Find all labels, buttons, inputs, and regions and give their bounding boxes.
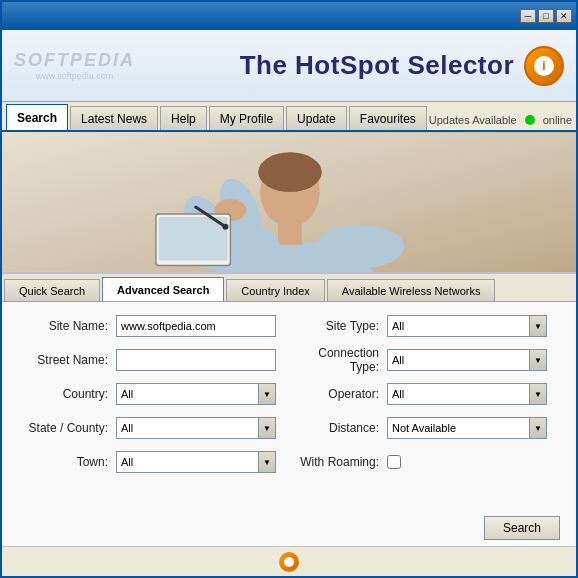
online-indicator: [525, 115, 535, 125]
search-area: Quick Search Advanced Search Country Ind…: [2, 272, 576, 546]
banner-svg: [2, 132, 576, 272]
form-left: Site Name: Street Name: Country: All ▼: [18, 312, 289, 500]
title-bar: . ─ □ ✕: [2, 2, 576, 30]
tab-search[interactable]: Search: [6, 104, 68, 130]
with-roaming-row: With Roaming:: [289, 448, 560, 476]
state-county-row: State / County: All ▼: [18, 414, 289, 442]
operator-label: Operator:: [289, 387, 379, 401]
sub-tab-advanced-search[interactable]: Advanced Search: [102, 277, 224, 301]
site-name-input[interactable]: [116, 315, 276, 337]
tab-latest-news[interactable]: Latest News: [70, 106, 158, 130]
site-type-label: Site Type:: [289, 319, 379, 333]
country-select[interactable]: All: [116, 383, 276, 405]
site-type-select[interactable]: All: [387, 315, 547, 337]
connection-type-select-wrapper: All ▼: [387, 349, 547, 371]
nav-tabs: Search Latest News Help My Profile Updat…: [2, 102, 576, 132]
close-button[interactable]: ✕: [556, 9, 572, 23]
tab-favourites[interactable]: Favourites: [349, 106, 427, 130]
operator-select[interactable]: All: [387, 383, 547, 405]
distance-row: Distance: Not Available 1 km 5 km 10 km …: [289, 414, 560, 442]
roaming-checkbox-wrapper: [387, 455, 401, 469]
sub-tabs: Quick Search Advanced Search Country Ind…: [2, 274, 576, 302]
street-name-input[interactable]: [116, 349, 276, 371]
nav-status: Updates Available online: [429, 114, 572, 130]
distance-select[interactable]: Not Available 1 km 5 km 10 km: [387, 417, 547, 439]
header: SOFTPEDIA www.softpedia.com The HotSpot …: [2, 30, 576, 102]
app-title: The HotSpot Selector: [240, 50, 514, 81]
connection-type-select[interactable]: All: [387, 349, 547, 371]
sub-tab-country-index[interactable]: Country Index: [226, 279, 324, 301]
roaming-checkbox[interactable]: [387, 455, 401, 469]
minimize-button[interactable]: ─: [520, 9, 536, 23]
online-text: online: [543, 114, 572, 126]
state-county-select[interactable]: All: [116, 417, 276, 439]
svg-point-6: [315, 225, 404, 269]
nav-tabs-left: Search Latest News Help My Profile Updat…: [6, 104, 427, 130]
town-label: Town:: [18, 455, 108, 469]
tab-my-profile[interactable]: My Profile: [209, 106, 284, 130]
operator-row: Operator: All ▼: [289, 380, 560, 408]
bottom-icon-inner: [284, 557, 294, 567]
country-select-wrapper: All ▼: [116, 383, 276, 405]
country-row: Country: All ▼: [18, 380, 289, 408]
connection-type-label: Connection Type:: [289, 346, 379, 374]
site-type-select-wrapper: All ▼: [387, 315, 547, 337]
form-right: Site Type: All ▼ Connection Type: All: [289, 312, 560, 500]
site-type-row: Site Type: All ▼: [289, 312, 560, 340]
bottom-logo-icon: [279, 552, 299, 572]
state-county-select-wrapper: All ▼: [116, 417, 276, 439]
sub-tab-available-wireless[interactable]: Available Wireless Networks: [327, 279, 496, 301]
distance-select-wrapper: Not Available 1 km 5 km 10 km ▼: [387, 417, 547, 439]
tab-update[interactable]: Update: [286, 106, 347, 130]
town-select[interactable]: All: [116, 451, 276, 473]
app-icon-inner: i: [534, 56, 554, 76]
with-roaming-label: With Roaming:: [289, 455, 379, 469]
sub-tab-quick-search[interactable]: Quick Search: [4, 279, 100, 301]
maximize-button[interactable]: □: [538, 9, 554, 23]
logo-text: SOFTPEDIA: [14, 50, 135, 71]
updates-available-text: Updates Available: [429, 114, 517, 126]
window-controls: ─ □ ✕: [520, 9, 572, 23]
search-button[interactable]: Search: [484, 516, 560, 540]
search-btn-row: Search: [2, 510, 576, 546]
app-icon: i: [524, 46, 564, 86]
street-name-row: Street Name:: [18, 346, 289, 374]
tab-help[interactable]: Help: [160, 106, 207, 130]
logo-url: www.softpedia.com: [36, 71, 114, 81]
svg-rect-4: [278, 220, 302, 245]
site-name-label: Site Name:: [18, 319, 108, 333]
svg-point-3: [258, 152, 322, 192]
distance-label: Distance:: [289, 421, 379, 435]
softpedia-logo: SOFTPEDIA www.softpedia.com: [14, 50, 135, 81]
bottom-bar: [2, 546, 576, 576]
street-name-label: Street Name:: [18, 353, 108, 367]
form-area: Site Name: Street Name: Country: All ▼: [2, 302, 576, 510]
main-window: . ─ □ ✕ SOFTPEDIA www.softpedia.com The …: [0, 0, 578, 578]
state-county-label: State / County:: [18, 421, 108, 435]
operator-select-wrapper: All ▼: [387, 383, 547, 405]
svg-rect-12: [159, 217, 228, 261]
connection-type-row: Connection Type: All ▼: [289, 346, 560, 374]
app-title-area: The HotSpot Selector i: [240, 46, 564, 86]
town-select-wrapper: All ▼: [116, 451, 276, 473]
country-label: Country:: [18, 387, 108, 401]
town-row: Town: All ▼: [18, 448, 289, 476]
svg-point-14: [222, 224, 228, 230]
banner-area: [2, 132, 576, 272]
site-name-row: Site Name:: [18, 312, 289, 340]
